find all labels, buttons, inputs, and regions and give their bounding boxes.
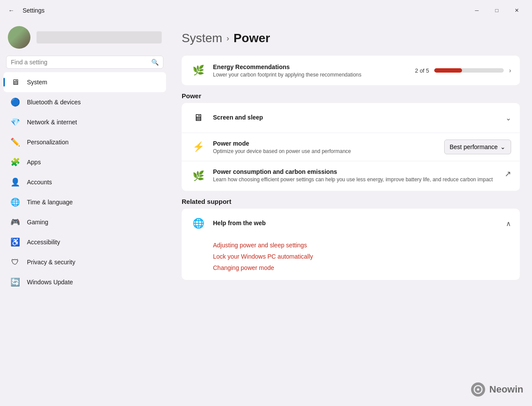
avatar bbox=[8, 26, 30, 49]
help-web-icon: 🌐 bbox=[190, 216, 206, 231]
search-icon: 🔍 bbox=[151, 59, 159, 66]
energy-progress: 2 of 5 › bbox=[415, 67, 511, 74]
help-link-0[interactable]: Adjusting power and sleep settings bbox=[213, 242, 511, 249]
screen-sleep-row[interactable]: 🖥 Screen and sleep ⌄ bbox=[182, 103, 520, 133]
nav-label-update: Windows Update bbox=[27, 279, 160, 286]
nav-icon-accounts: 👤 bbox=[10, 176, 21, 188]
sidebar-item-gaming[interactable]: 🎮 Gaming bbox=[3, 212, 166, 232]
sidebar-item-bluetooth[interactable]: 🔵 Bluetooth & devices bbox=[3, 92, 166, 112]
carbon-emissions-row[interactable]: 🌿 Power consumption and carbon emissions… bbox=[182, 161, 520, 191]
nav-icon-privacy: 🛡 bbox=[10, 256, 21, 268]
maximize-button[interactable]: □ bbox=[487, 3, 507, 17]
screen-sleep-title: Screen and sleep bbox=[213, 114, 499, 121]
nav-icon-bluetooth: 🔵 bbox=[10, 97, 21, 108]
sidebar-item-update[interactable]: 🔄 Windows Update bbox=[3, 272, 166, 292]
carbon-subtitle: Learn how choosing efficient power setti… bbox=[213, 176, 498, 183]
nav-icon-network: 💎 bbox=[10, 116, 21, 128]
nav-icon-apps: 🧩 bbox=[10, 156, 21, 168]
energy-subtitle: Lower your carbon footprint by applying … bbox=[213, 72, 408, 78]
power-mode-subtitle: Optimize your device based on power use … bbox=[213, 148, 437, 154]
nav-label-accounts: Accounts bbox=[27, 179, 160, 186]
nav-icon-accessibility: ♿ bbox=[10, 236, 21, 248]
nav-label-personalization: Personalization bbox=[27, 139, 160, 146]
window-controls: ─ □ ✕ bbox=[467, 3, 527, 17]
carbon-icon: 🌿 bbox=[190, 168, 206, 184]
neowin-logo-icon bbox=[470, 382, 486, 397]
power-mode-dropdown[interactable]: Best performance ⌄ bbox=[444, 140, 512, 154]
profile-info bbox=[37, 31, 162, 43]
nav-label-gaming: Gaming bbox=[27, 219, 160, 226]
sidebar-item-accounts[interactable]: 👤 Accounts bbox=[3, 172, 166, 192]
progress-fill bbox=[434, 68, 462, 73]
nav-icon-update: 🔄 bbox=[10, 276, 21, 288]
screen-sleep-icon: 🖥 bbox=[190, 110, 206, 126]
help-link-2[interactable]: Changing power mode bbox=[213, 264, 511, 271]
power-mode-selected: Best performance bbox=[450, 143, 498, 150]
carbon-text: Power consumption and carbon emissions L… bbox=[213, 168, 498, 183]
help-card-body: Adjusting power and sleep settingsLock y… bbox=[182, 238, 520, 280]
nav-label-bluetooth: Bluetooth & devices bbox=[27, 99, 160, 106]
page-header: System › Power bbox=[182, 31, 520, 45]
help-web-chevron-icon: ∧ bbox=[506, 220, 511, 228]
breadcrumb-chevron: › bbox=[226, 34, 229, 43]
power-mode-title: Power mode bbox=[213, 140, 437, 147]
breadcrumb-parent[interactable]: System bbox=[182, 31, 222, 45]
help-web-text: Help from the web bbox=[213, 220, 499, 228]
nav-icon-time: 🌐 bbox=[10, 196, 21, 208]
app-body: 🔍 🖥 System 🔵 Bluetooth & devices 💎 Netwo… bbox=[0, 21, 532, 406]
search-box[interactable]: 🔍 bbox=[6, 56, 163, 69]
carbon-title: Power consumption and carbon emissions bbox=[213, 168, 498, 175]
sidebar-item-apps[interactable]: 🧩 Apps bbox=[3, 152, 166, 172]
power-mode-row: ⚡ Power mode Optimize your device based … bbox=[182, 133, 520, 161]
energy-icon: 🌿 bbox=[190, 63, 206, 78]
nav-list: 🖥 System 🔵 Bluetooth & devices 💎 Network… bbox=[3, 72, 166, 292]
power-mode-icon: ⚡ bbox=[190, 139, 206, 155]
sidebar-item-network[interactable]: 💎 Network & internet bbox=[3, 112, 166, 132]
app-title: Settings bbox=[23, 7, 45, 14]
neowin-text: Neowin bbox=[489, 384, 523, 395]
energy-title: Energy Recommendations bbox=[213, 63, 408, 70]
nav-label-apps: Apps bbox=[27, 159, 160, 166]
nav-label-system: System bbox=[27, 79, 160, 86]
progress-text: 2 of 5 bbox=[415, 67, 429, 74]
sidebar: 🔍 🖥 System 🔵 Bluetooth & devices 💎 Netwo… bbox=[0, 21, 170, 406]
help-card-group: 🌐 Help from the web ∧ Adjusting power an… bbox=[182, 209, 520, 280]
profile-area[interactable] bbox=[3, 21, 166, 56]
power-mode-dropdown-icon: ⌄ bbox=[500, 143, 505, 150]
energy-chevron-icon: › bbox=[509, 67, 511, 74]
minimize-button[interactable]: ─ bbox=[467, 3, 487, 17]
nav-icon-personalization: ✏️ bbox=[10, 136, 21, 148]
sidebar-item-time[interactable]: 🌐 Time & language bbox=[3, 192, 166, 212]
nav-icon-system: 🖥 bbox=[10, 77, 21, 88]
neowin-watermark: Neowin bbox=[470, 382, 523, 397]
nav-label-network: Network & internet bbox=[27, 119, 160, 126]
back-button[interactable]: ← bbox=[5, 4, 17, 17]
progress-bar bbox=[434, 68, 504, 73]
power-card-group: 🖥 Screen and sleep ⌄ ⚡ Power mode Optimi… bbox=[182, 103, 520, 191]
main-content: System › Power 🌿 Energy Recommendations … bbox=[170, 21, 532, 406]
energy-card-text: Energy Recommendations Lower your carbon… bbox=[213, 63, 408, 78]
sidebar-item-personalization[interactable]: ✏️ Personalization bbox=[3, 132, 166, 152]
power-mode-text: Power mode Optimize your device based on… bbox=[213, 140, 437, 154]
power-section-label: Power bbox=[182, 92, 520, 100]
nav-label-accessibility: Accessibility bbox=[27, 239, 160, 246]
titlebar: ← Settings ─ □ ✕ bbox=[0, 0, 532, 21]
sidebar-item-system[interactable]: 🖥 System bbox=[3, 72, 166, 92]
screen-sleep-chevron-icon: ⌄ bbox=[505, 114, 511, 122]
screen-sleep-text: Screen and sleep bbox=[213, 114, 499, 122]
related-support-label: Related support bbox=[182, 198, 520, 205]
help-web-title: Help from the web bbox=[213, 220, 499, 226]
svg-point-2 bbox=[477, 388, 479, 390]
close-button[interactable]: ✕ bbox=[507, 3, 527, 17]
nav-label-privacy: Privacy & security bbox=[27, 259, 160, 266]
external-link-icon: ↗ bbox=[505, 169, 511, 179]
page-title: Power bbox=[233, 31, 270, 45]
nav-icon-gaming: 🎮 bbox=[10, 216, 21, 228]
energy-recommendations-card[interactable]: 🌿 Energy Recommendations Lower your carb… bbox=[182, 56, 520, 85]
sidebar-item-privacy[interactable]: 🛡 Privacy & security bbox=[3, 252, 166, 272]
help-link-1[interactable]: Lock your Windows PC automatically bbox=[213, 253, 511, 260]
search-input[interactable] bbox=[11, 59, 148, 66]
help-header[interactable]: 🌐 Help from the web ∧ bbox=[182, 209, 520, 238]
sidebar-item-accessibility[interactable]: ♿ Accessibility bbox=[3, 232, 166, 252]
nav-label-time: Time & language bbox=[27, 199, 160, 206]
